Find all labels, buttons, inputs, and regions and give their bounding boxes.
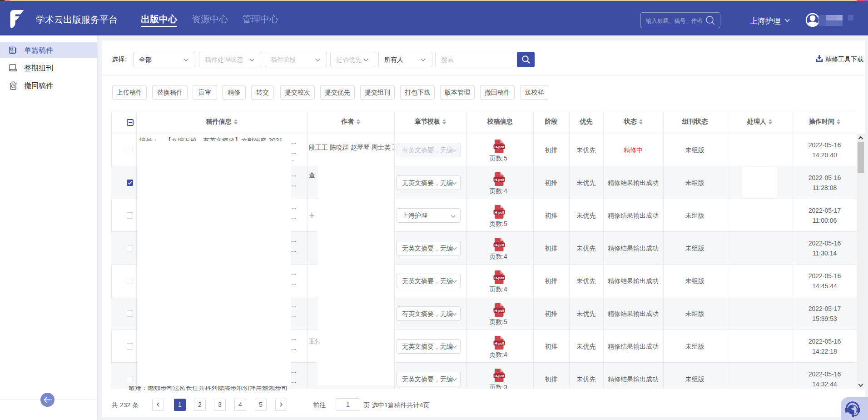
svg-text:H-pdf: H-pdf: [495, 309, 504, 313]
svg-text:H-pdf: H-pdf: [495, 243, 504, 247]
svg-text:H-pdf: H-pdf: [495, 341, 504, 345]
svg-text:H-pdf: H-pdf: [495, 178, 504, 182]
svg-text:H-pdf: H-pdf: [495, 210, 504, 215]
svg-text:H-pdf: H-pdf: [495, 374, 504, 378]
svg-text:H-pdf: H-pdf: [495, 276, 504, 280]
svg-text:H-pdf: H-pdf: [495, 145, 504, 149]
